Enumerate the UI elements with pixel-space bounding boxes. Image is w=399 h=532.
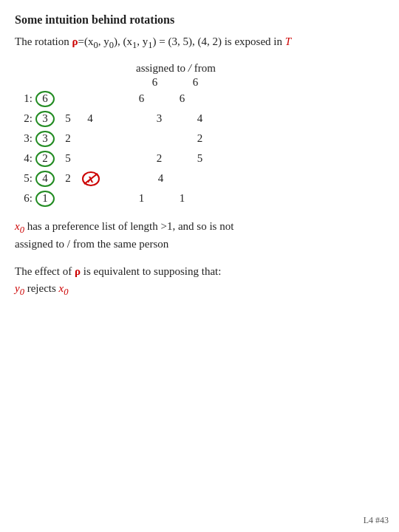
assigned-header: assigned to / from [136, 62, 216, 75]
rho-symbol: ρ [72, 35, 78, 47]
right-col-head-2: 6 [175, 76, 216, 89]
intro-text: The rotation ρ=(x0, y0), (x1, y1) = (3, … [15, 34, 384, 52]
cell-5-3-crossed: x [81, 171, 100, 187]
right-5-from: 4 [140, 172, 181, 185]
row-label-1: 1: [15, 92, 35, 105]
svg-line-1 [84, 174, 98, 184]
right-col-head-1: 6 [134, 76, 175, 89]
right-4-to: 5 [180, 152, 220, 165]
row-label-4: 4: [15, 152, 35, 165]
right-1-from: 6 [121, 92, 162, 105]
right-2-from: 3 [139, 112, 180, 125]
right-6-to: 1 [162, 192, 202, 205]
x0-preference-note: x0 has a preference list of length >1, a… [15, 219, 384, 253]
intro-formula: =(x0, y0), (x1, y1) = (3, 5), (4, 2) is … [78, 35, 285, 47]
rho-effect: ρ [75, 265, 81, 277]
slide-title: Some intuition behind rotations [15, 13, 384, 27]
cell-2-1: 3 [35, 111, 55, 127]
effect-note: The effect of ρ is equivalent to supposi… [15, 263, 384, 299]
cell-5-2: 2 [59, 171, 77, 187]
row-label-5: 5: [15, 172, 35, 185]
cell-6-1: 1 [35, 191, 55, 207]
right-6-from: 1 [121, 192, 162, 205]
cell-3-1: 3 [35, 131, 55, 147]
slide-number: L4 #43 [364, 515, 389, 526]
cell-5-1: 4 [35, 171, 55, 187]
row-label-3: 3: [15, 132, 35, 145]
cell-4-2: 5 [59, 151, 77, 167]
cell-4-1: 2 [35, 151, 55, 167]
cell-2-3: 4 [81, 111, 99, 127]
cell-3-2: 2 [59, 131, 77, 147]
right-4-from: 2 [139, 152, 180, 165]
T-variable: T [285, 35, 291, 47]
row-label-2: 2: [15, 112, 35, 125]
cell-2-2: 5 [59, 111, 77, 127]
rotation-table: assigned to / from 6 6 1: 6 6 6 2: 3 5 4… [15, 62, 384, 208]
row-label-6: 6: [15, 192, 35, 205]
intro-pre: The rotation [15, 35, 72, 47]
right-2-to: 4 [180, 112, 220, 125]
right-1-to: 6 [162, 92, 202, 105]
cell-1-1: 6 [35, 91, 55, 107]
right-3-to: 2 [180, 132, 220, 145]
